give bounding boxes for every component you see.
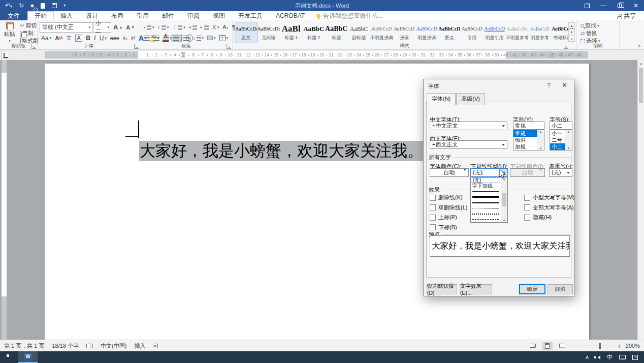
distribute-icon[interactable] <box>182 35 191 41</box>
ribbon-tab[interactable]: 开发工具 <box>232 11 269 20</box>
font-style-input[interactable]: 常规 <box>513 122 544 130</box>
underline-option[interactable] <box>471 217 500 222</box>
font-style-list[interactable]: 常规倾斜加粗 ▲▼ <box>513 130 544 150</box>
ribbon-display-options-button[interactable] <box>579 0 595 11</box>
checkbox-box[interactable] <box>524 195 530 201</box>
decrease-indent-icon[interactable]: ◂ <box>187 24 199 31</box>
align-left-icon[interactable] <box>142 35 151 41</box>
dialog-help-button[interactable]: ? <box>547 82 551 89</box>
cancel-button[interactable]: 取消 <box>548 284 573 294</box>
underline-option[interactable] <box>471 205 500 211</box>
borders-icon[interactable]: ▾ <box>218 35 230 42</box>
list-scrollbar[interactable]: ▲▼ <box>537 130 544 150</box>
chevron-down-icon[interactable] <box>461 169 468 171</box>
font-name-combo[interactable]: 等线 (中文正▾ <box>40 22 92 33</box>
align-right-icon[interactable] <box>162 35 171 41</box>
set-default-button[interactable]: 设为默认值(D) <box>427 284 457 294</box>
font-dialog-launcher[interactable]: ↘ <box>134 44 139 49</box>
effect-checkbox[interactable]: 删除线(K) <box>430 194 467 201</box>
effect-checkbox[interactable]: 上标(P) <box>430 214 467 221</box>
bold-icon[interactable]: B <box>84 34 92 42</box>
ribbon-tab[interactable]: 引用 <box>130 11 155 20</box>
qat-customize-icon[interactable]: ▾ <box>63 4 66 8</box>
print-layout-button[interactable] <box>542 342 553 350</box>
shrink-font-icon[interactable]: A▼ <box>124 24 136 31</box>
dialog-header[interactable]: 字体 ? ✕ <box>424 79 574 92</box>
tab-font[interactable]: 字体(N) <box>427 93 456 105</box>
sort-icon[interactable]: A↓ <box>221 24 230 31</box>
start-button[interactable] <box>0 351 18 363</box>
collapse-ribbon-icon[interactable]: ∧ <box>637 43 641 48</box>
ribbon-tab[interactable]: 视图 <box>206 11 232 20</box>
minimize-button[interactable]: — <box>595 0 611 11</box>
action-center-icon[interactable] <box>632 355 638 360</box>
list-item[interactable]: 常规 <box>513 130 537 137</box>
save-icon[interactable] <box>52 3 57 8</box>
shading-icon[interactable]: ▾ <box>206 35 217 41</box>
align-center-icon[interactable] <box>152 35 161 41</box>
ribbon-tab[interactable]: ACROBAT <box>269 11 311 20</box>
text-effects-button[interactable]: 文字效果(E)... <box>460 284 492 294</box>
ribbon-tab[interactable]: 审阅 <box>181 11 206 20</box>
zoom-level[interactable]: 200% <box>626 343 640 349</box>
find-button[interactable]: 查找▾ <box>579 22 617 29</box>
underline-option[interactable] <box>471 194 500 200</box>
subscript-icon[interactable]: x₂ <box>121 35 129 41</box>
list-scrollbar[interactable]: ▲▼ <box>565 130 572 150</box>
emphasis-mark-combo[interactable]: (无) <box>549 168 572 177</box>
cut-button[interactable]: ✂剪切 <box>18 22 35 29</box>
selected-text[interactable]: 大家好，我是小螃蟹，欢迎大家关注我。 <box>139 141 424 161</box>
share-button[interactable]: 共享 <box>617 11 644 20</box>
gallery-up-icon[interactable]: ▲ <box>568 22 575 28</box>
font-size-list[interactable]: 小一二号小二 ▲▼ <box>550 130 572 150</box>
underline-icon[interactable]: U▾ <box>98 34 108 42</box>
ribbon-tab[interactable]: 插入 <box>54 11 79 20</box>
paste-button[interactable]: 粘贴 ▾ <box>2 22 17 43</box>
dialog-close-button[interactable]: ✕ <box>562 81 567 89</box>
zoom-slider[interactable] <box>580 346 613 346</box>
hidden-icons-chevron[interactable]: ∧ <box>585 354 589 360</box>
underline-option[interactable] <box>471 189 500 194</box>
font-color-combo[interactable]: 自动 <box>430 168 469 177</box>
zoom-slider-thumb[interactable] <box>599 343 601 349</box>
font-size-input[interactable]: 小二 <box>550 122 572 130</box>
clear-formatting-icon[interactable]: A <box>53 35 64 42</box>
proofing-icon[interactable] <box>86 344 93 348</box>
list-item[interactable]: 小一 <box>550 130 565 137</box>
style-item[interactable]: AaBbCcD 明显强调 <box>415 22 438 43</box>
touch-keyboard-icon[interactable] <box>619 355 626 359</box>
chevron-down-icon[interactable] <box>564 169 572 176</box>
style-item[interactable]: AaBbCcD 不明显强调 <box>370 22 393 43</box>
taskbar-word-button[interactable]: W <box>18 351 38 363</box>
effect-checkbox[interactable]: 隐藏(H) <box>524 214 575 221</box>
style-item[interactable]: AaBbCcD 明显引用 <box>484 22 506 43</box>
effect-checkbox[interactable]: 下标(B) <box>430 224 467 231</box>
list-item[interactable]: 倾斜 <box>513 137 537 143</box>
change-case-icon[interactable]: Aa▾ <box>40 34 53 42</box>
strikethrough-icon[interactable]: abc <box>109 35 121 42</box>
ok-button[interactable]: 确定 <box>519 284 545 294</box>
hanging-indent-marker[interactable] <box>180 54 185 57</box>
styles-dialog-launcher[interactable]: ↘ <box>564 44 568 49</box>
right-indent-marker[interactable] <box>548 54 553 57</box>
ribbon-tab[interactable]: 邮件 <box>155 11 181 20</box>
style-item[interactable]: AaBbCcD 要点 <box>438 22 461 43</box>
tab-stop-selector[interactable] <box>1 51 9 59</box>
checkbox-box[interactable] <box>430 195 436 201</box>
gallery-down-icon[interactable]: ▼ <box>568 29 575 35</box>
effect-checkbox[interactable]: 全部大写字母(A) <box>524 204 575 211</box>
replace-button[interactable]: ⇄替换 <box>579 29 617 37</box>
read-mode-button[interactable] <box>528 342 538 350</box>
ribbon-tab[interactable]: 文件 <box>0 11 27 20</box>
numbering-icon[interactable]: 1▾ <box>156 24 170 31</box>
clipboard-dialog-launcher[interactable]: ↘ <box>31 44 36 49</box>
repeat-icon[interactable]: ↻ <box>19 3 24 9</box>
style-item[interactable]: AaBbCcDd 正文 <box>235 22 257 43</box>
superscript-icon[interactable]: x² <box>130 35 137 41</box>
insert-mode-indicator[interactable]: 插入 <box>134 342 145 350</box>
increase-indent-icon[interactable]: ▸ <box>199 24 210 31</box>
gallery-more-icon[interactable]: ≡ <box>568 36 575 42</box>
italic-icon[interactable]: I <box>92 34 98 42</box>
ribbon-tab[interactable]: 布局 <box>105 11 130 20</box>
cjk-layout-icon[interactable]: X▾ <box>211 23 221 32</box>
